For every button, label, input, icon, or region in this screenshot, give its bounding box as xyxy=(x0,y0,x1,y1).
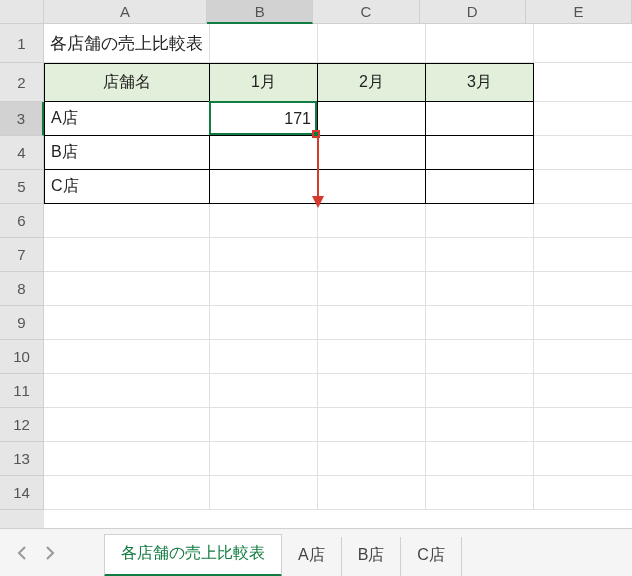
sheet-tab-1[interactable]: A店 xyxy=(282,537,342,576)
cell-C11[interactable] xyxy=(318,374,426,408)
data-m2-0[interactable] xyxy=(318,102,426,136)
header-m1[interactable]: 1月 xyxy=(210,63,318,102)
cell-B14[interactable] xyxy=(210,476,318,510)
cell-C12[interactable] xyxy=(318,408,426,442)
header-store[interactable]: 店舗名 xyxy=(44,63,210,102)
col-header-A[interactable]: A xyxy=(44,0,207,24)
row-header-6[interactable]: 6 xyxy=(0,204,44,238)
cell-D13[interactable] xyxy=(426,442,534,476)
tab-nav-prev[interactable] xyxy=(8,539,36,567)
cell-C13[interactable] xyxy=(318,442,426,476)
cell-D10[interactable] xyxy=(426,340,534,374)
data-m3-1[interactable] xyxy=(426,136,534,170)
data-name-0[interactable]: A店 xyxy=(44,102,210,136)
cell-grid[interactable]: C店B店171A店3月2月1月店舗名各店舗の売上比較表 xyxy=(44,24,632,528)
cell-B9[interactable] xyxy=(210,306,318,340)
cell-D12[interactable] xyxy=(426,408,534,442)
cell-E12[interactable] xyxy=(534,408,632,442)
tab-nav-next[interactable] xyxy=(36,539,64,567)
cell-D8[interactable] xyxy=(426,272,534,306)
sheet-tab-3[interactable]: C店 xyxy=(401,537,462,576)
row-header-7[interactable]: 7 xyxy=(0,238,44,272)
row-header-4[interactable]: 4 xyxy=(0,136,44,170)
spreadsheet-area: ABCDE 1234567891011121314 C店B店171A店3月2月1… xyxy=(0,0,632,528)
row-header-8[interactable]: 8 xyxy=(0,272,44,306)
row-header-3[interactable]: 3 xyxy=(0,102,44,136)
header-m3[interactable]: 3月 xyxy=(426,63,534,102)
row-header-2[interactable]: 2 xyxy=(0,63,44,102)
data-m3-2[interactable] xyxy=(426,170,534,204)
cell-E1[interactable] xyxy=(534,24,632,63)
cell-C6[interactable] xyxy=(318,204,426,238)
row-header-5[interactable]: 5 xyxy=(0,170,44,204)
data-m1-0[interactable]: 171 xyxy=(210,102,318,136)
cell-B6[interactable] xyxy=(210,204,318,238)
cell-E10[interactable] xyxy=(534,340,632,374)
cell-E2[interactable] xyxy=(534,63,632,102)
cell-D1[interactable] xyxy=(426,24,534,63)
data-name-2[interactable]: C店 xyxy=(44,170,210,204)
fill-handle[interactable] xyxy=(312,130,320,138)
cell-E7[interactable] xyxy=(534,238,632,272)
cell-D6[interactable] xyxy=(426,204,534,238)
row-header-13[interactable]: 13 xyxy=(0,442,44,476)
cell-A12[interactable] xyxy=(44,408,210,442)
cell-B10[interactable] xyxy=(210,340,318,374)
cell-A13[interactable] xyxy=(44,442,210,476)
cell-title[interactable]: 各店舗の売上比較表 xyxy=(44,24,210,63)
cell-D11[interactable] xyxy=(426,374,534,408)
cell-A9[interactable] xyxy=(44,306,210,340)
cell-C10[interactable] xyxy=(318,340,426,374)
row-header-9[interactable]: 9 xyxy=(0,306,44,340)
row-header-12[interactable]: 12 xyxy=(0,408,44,442)
col-header-C[interactable]: C xyxy=(313,0,419,24)
cell-B13[interactable] xyxy=(210,442,318,476)
row-header-1[interactable]: 1 xyxy=(0,24,44,63)
cell-E11[interactable] xyxy=(534,374,632,408)
data-m1-1[interactable] xyxy=(210,136,318,170)
data-m2-2[interactable] xyxy=(318,170,426,204)
col-header-D[interactable]: D xyxy=(420,0,526,24)
cell-A11[interactable] xyxy=(44,374,210,408)
cell-D14[interactable] xyxy=(426,476,534,510)
cell-B11[interactable] xyxy=(210,374,318,408)
select-all-corner[interactable] xyxy=(0,0,44,24)
row-headers: 1234567891011121314 xyxy=(0,24,44,528)
cell-E9[interactable] xyxy=(534,306,632,340)
data-m1-2[interactable] xyxy=(210,170,318,204)
sheet-tab-2[interactable]: B店 xyxy=(342,537,402,576)
cell-E14[interactable] xyxy=(534,476,632,510)
cell-A10[interactable] xyxy=(44,340,210,374)
header-m2[interactable]: 2月 xyxy=(318,63,426,102)
cell-E5[interactable] xyxy=(534,170,632,204)
cell-C7[interactable] xyxy=(318,238,426,272)
cell-A8[interactable] xyxy=(44,272,210,306)
row-header-14[interactable]: 14 xyxy=(0,476,44,510)
cell-E3[interactable] xyxy=(534,102,632,136)
cell-A6[interactable] xyxy=(44,204,210,238)
col-header-E[interactable]: E xyxy=(526,0,632,24)
cell-E8[interactable] xyxy=(534,272,632,306)
cell-A7[interactable] xyxy=(44,238,210,272)
cell-B7[interactable] xyxy=(210,238,318,272)
cell-C14[interactable] xyxy=(318,476,426,510)
row-header-11[interactable]: 11 xyxy=(0,374,44,408)
cell-D7[interactable] xyxy=(426,238,534,272)
cell-B12[interactable] xyxy=(210,408,318,442)
cell-D9[interactable] xyxy=(426,306,534,340)
cell-C9[interactable] xyxy=(318,306,426,340)
cell-C1[interactable] xyxy=(318,24,426,63)
cell-B1[interactable] xyxy=(210,24,318,63)
cell-C8[interactable] xyxy=(318,272,426,306)
row-header-10[interactable]: 10 xyxy=(0,340,44,374)
cell-A14[interactable] xyxy=(44,476,210,510)
data-m3-0[interactable] xyxy=(426,102,534,136)
data-name-1[interactable]: B店 xyxy=(44,136,210,170)
cell-B8[interactable] xyxy=(210,272,318,306)
cell-E13[interactable] xyxy=(534,442,632,476)
data-m2-1[interactable] xyxy=(318,136,426,170)
cell-E6[interactable] xyxy=(534,204,632,238)
col-header-B[interactable]: B xyxy=(207,0,313,24)
cell-E4[interactable] xyxy=(534,136,632,170)
sheet-tab-0[interactable]: 各店舗の売上比較表 xyxy=(104,534,282,576)
